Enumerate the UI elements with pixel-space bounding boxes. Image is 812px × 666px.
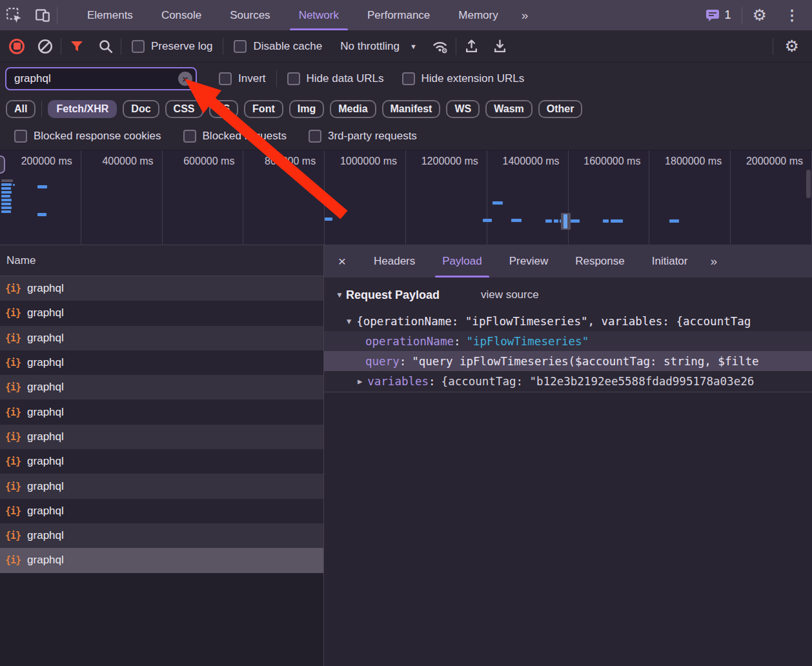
request-name: graphql (27, 406, 64, 419)
request-row[interactable]: {i}graphql (0, 375, 323, 399)
close-detail-icon[interactable]: × (324, 245, 360, 278)
payload-value: "query ipFlowTimeseries($accountTag: str… (412, 355, 758, 368)
device-toolbar-icon[interactable] (28, 0, 57, 30)
json-icon: {i} (5, 407, 21, 418)
clear-filter-icon[interactable]: × (178, 72, 192, 86)
tab-performance[interactable]: Performance (353, 0, 444, 30)
chip-doc[interactable]: Doc (123, 100, 159, 118)
request-row[interactable]: {i}graphql (0, 474, 323, 498)
name-column-header[interactable]: Name (0, 245, 323, 276)
clear-network-log-button[interactable] (32, 35, 58, 58)
request-row[interactable]: {i}graphql (0, 425, 323, 449)
request-row[interactable]: {i}graphql (0, 399, 323, 424)
blocked-requests-checkbox[interactable]: Blocked requests (176, 130, 294, 143)
tab-headers[interactable]: Headers (360, 245, 429, 278)
network-settings-gear-icon[interactable]: ⚙ (776, 38, 808, 54)
inspect-element-icon[interactable] (0, 0, 28, 30)
timeline-request-bar (571, 219, 580, 223)
tree-closed-icon[interactable]: ▶ (358, 377, 362, 386)
tree-open-icon[interactable]: ▼ (347, 317, 351, 326)
tab-response[interactable]: Response (562, 245, 638, 278)
message-count-badge: 1 (725, 8, 731, 22)
chip-ws[interactable]: WS (446, 100, 480, 118)
console-messages-button[interactable]: 1 (698, 8, 738, 23)
json-icon: {i} (5, 554, 21, 566)
filter-input[interactable] (5, 67, 197, 90)
requests-panel: Name {i}graphql {i}graphql {i}graphql {i… (0, 245, 324, 666)
timeline-request-bar (1, 203, 11, 205)
chip-other[interactable]: Other (538, 100, 583, 118)
filter-toggle-button[interactable] (64, 35, 90, 58)
wifi-gear-icon (431, 37, 449, 55)
chip-all[interactable]: All (6, 100, 36, 118)
divider (742, 7, 742, 24)
request-name: graphql (27, 430, 64, 443)
request-row[interactable]: {i}graphql (0, 301, 323, 325)
chip-img[interactable]: Img (289, 100, 324, 118)
import-har-button[interactable] (459, 35, 485, 58)
tab-preview[interactable]: Preview (496, 245, 562, 278)
divider (773, 38, 773, 55)
request-row[interactable]: {i}graphql (0, 326, 323, 350)
chip-fetch-xhr[interactable]: Fetch/XHR (48, 100, 117, 118)
request-row[interactable]: {i}graphql (0, 449, 323, 474)
more-detail-tabs-icon[interactable]: » (701, 245, 725, 278)
throttling-value: No throttling (340, 40, 400, 53)
chip-manifest[interactable]: Manifest (382, 100, 441, 118)
third-party-requests-checkbox[interactable]: 3rd-party requests (301, 130, 425, 143)
view-source-link[interactable]: view source (481, 288, 539, 301)
payload-row-query[interactable]: query:"query ipFlowTimeseries($accountTa… (324, 351, 812, 371)
chip-js[interactable]: JS (209, 100, 239, 118)
checkbox-icon (132, 40, 145, 53)
network-conditions-button[interactable] (427, 35, 453, 58)
colon: : (454, 335, 461, 348)
throttling-select[interactable]: No throttling ▼ (332, 40, 425, 53)
disable-cache-label: Disable cache (253, 40, 322, 53)
colon: : (400, 355, 407, 368)
timeline-scrollbar-thumb[interactable] (806, 170, 811, 198)
search-network-button[interactable] (92, 35, 118, 58)
chip-wasm[interactable]: Wasm (485, 100, 533, 118)
timeline-request-bar (1, 199, 12, 201)
tab-elements[interactable]: Elements (73, 0, 147, 30)
tab-payload[interactable]: Payload (429, 245, 495, 278)
record-network-log-button[interactable] (4, 35, 30, 58)
requests-list: {i}graphql {i}graphql {i}graphql {i}grap… (0, 276, 323, 573)
blocked-response-cookies-checkbox[interactable]: Blocked response cookies (6, 130, 169, 143)
timeline-request-bar (13, 184, 15, 186)
preserve-log-checkbox[interactable]: Preserve log (124, 40, 220, 53)
timeline-request-bar (511, 219, 522, 222)
network-overview-timeline[interactable]: 200000 ms 400000 ms 600000 ms 800000 ms … (0, 150, 812, 245)
payload-row-operationname[interactable]: operationName:"ipFlowTimeseries" (324, 331, 812, 351)
chip-media[interactable]: Media (330, 100, 376, 118)
payload-root-row[interactable]: ▼ {operationName: "ipFlowTimeseries", va… (324, 311, 812, 331)
tab-memory[interactable]: Memory (444, 0, 512, 30)
more-tabs-icon[interactable]: » (513, 0, 536, 30)
disable-cache-checkbox[interactable]: Disable cache (226, 40, 330, 53)
request-row[interactable]: {i}graphql (0, 499, 323, 523)
kebab-menu-icon[interactable]: ⋮ (777, 7, 807, 24)
checkbox-icon (287, 72, 300, 85)
export-har-button[interactable] (487, 35, 513, 58)
settings-gear-icon[interactable]: ⚙ (746, 7, 773, 23)
tab-initiator[interactable]: Initiator (638, 245, 702, 278)
request-name: graphql (27, 356, 64, 369)
tab-network[interactable]: Network (285, 0, 353, 30)
request-row-selected[interactable]: {i}graphql (0, 548, 323, 572)
chip-font[interactable]: Font (244, 100, 283, 118)
tab-console[interactable]: Console (147, 0, 216, 30)
chip-css[interactable]: CSS (165, 100, 203, 118)
hide-data-urls-checkbox[interactable]: Hide data URLs (279, 72, 392, 85)
request-row[interactable]: {i}graphql (0, 276, 323, 301)
collapse-triangle-icon[interactable]: ▼ (336, 290, 343, 299)
checkbox-icon (234, 40, 247, 53)
tab-sources[interactable]: Sources (216, 0, 284, 30)
payload-row-variables[interactable]: ▶ variables:{accountTag: "b12e3b2192ee55… (324, 371, 812, 391)
timeline-request-bar (37, 185, 47, 188)
request-row[interactable]: {i}graphql (0, 523, 323, 548)
hide-extension-urls-checkbox[interactable]: Hide extension URLs (394, 72, 533, 85)
panel-tabs: Elements Console Sources Network Perform… (73, 0, 536, 30)
timeline-request-bar (492, 201, 503, 205)
request-row[interactable]: {i}graphql (0, 350, 323, 375)
invert-checkbox[interactable]: Invert (211, 72, 274, 85)
